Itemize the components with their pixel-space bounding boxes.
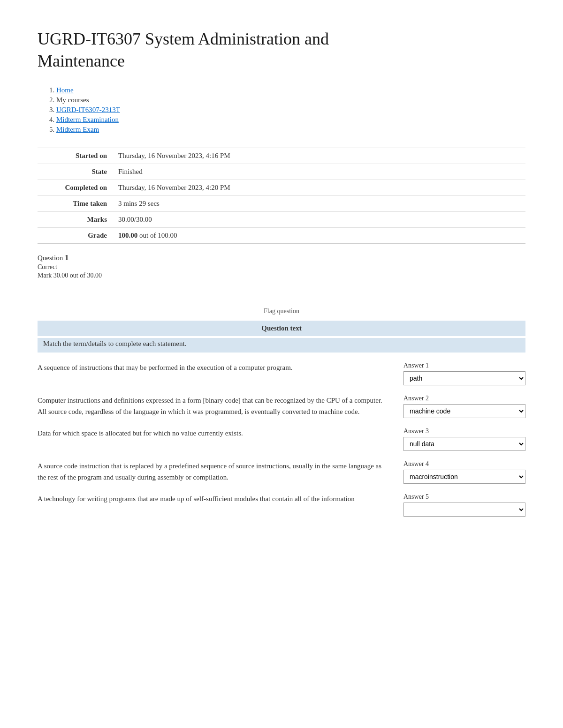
question-text-2: Computer instructions and definitions ex… xyxy=(38,395,394,417)
info-label-grade: Grade xyxy=(38,227,113,243)
question-prefix: Question xyxy=(38,254,65,262)
question-row-5: A technology for writing programs that a… xyxy=(38,493,525,517)
breadcrumb-item-5: Midterm Exam xyxy=(56,126,525,134)
breadcrumb-link-home[interactable]: Home xyxy=(56,86,74,94)
breadcrumb-item-1: Home xyxy=(56,86,525,94)
answer-select-5[interactable]: path machine code null data macroinstruc… xyxy=(403,503,525,517)
info-value-grade: 100.00 out of 100.00 xyxy=(113,227,525,243)
answer-col-4: Answer 4 path machine code null data mac… xyxy=(403,460,525,484)
answer-label-5: Answer 5 xyxy=(403,493,525,501)
info-label-marks: Marks xyxy=(38,211,113,227)
info-value-started: Thursday, 16 November 2023, 4:16 PM xyxy=(113,148,525,164)
answer-col-3: Answer 3 path machine code null data mac… xyxy=(403,428,525,451)
answer-select-2[interactable]: path machine code null data macroinstruc… xyxy=(403,404,525,418)
answer-select-3[interactable]: path machine code null data macroinstruc… xyxy=(403,437,525,451)
breadcrumb-link-midterm-exam[interactable]: Midterm Examination xyxy=(56,116,119,123)
info-label-timetaken: Time taken xyxy=(38,195,113,211)
page-title: UGRD-IT6307 System Administration and Ma… xyxy=(38,28,525,72)
answer-label-4: Answer 4 xyxy=(403,460,525,468)
breadcrumb-item-4: Midterm Examination xyxy=(56,116,525,124)
info-row-completed: Completed on Thursday, 16 November 2023,… xyxy=(38,180,525,195)
info-row-grade: Grade 100.00 out of 100.00 xyxy=(38,227,525,243)
question-row-3: Data for which space is allocated but fo… xyxy=(38,428,525,451)
question-status: Correct xyxy=(38,263,525,271)
question-rows: A sequence of instructions that may be p… xyxy=(38,362,525,517)
question-mark: Mark 30.00 out of 30.00 xyxy=(38,272,525,279)
question-text-header: Question text xyxy=(38,321,525,336)
info-label-completed: Completed on xyxy=(38,180,113,195)
flag-question-button[interactable]: Flag question xyxy=(38,308,525,315)
question-text-3: Data for which space is allocated but fo… xyxy=(38,428,394,439)
question-text-5: A technology for writing programs that a… xyxy=(38,493,394,504)
info-row-marks: Marks 30.00/30.00 xyxy=(38,211,525,227)
question-row-2: Computer instructions and definitions ex… xyxy=(38,395,525,418)
breadcrumb-item-3: UGRD-IT6307-2313T xyxy=(56,106,525,114)
info-row-started: Started on Thursday, 16 November 2023, 4… xyxy=(38,148,525,164)
answer-col-1: Answer 1 path machine code null data mac… xyxy=(403,362,525,385)
breadcrumb-link-course[interactable]: UGRD-IT6307-2313T xyxy=(56,106,120,113)
info-row-state: State Finished xyxy=(38,164,525,180)
info-value-completed: Thursday, 16 November 2023, 4:20 PM xyxy=(113,180,525,195)
question-text-1: A sequence of instructions that may be p… xyxy=(38,362,394,373)
answer-select-4[interactable]: path machine code null data macroinstruc… xyxy=(403,470,525,484)
question-instruction: Match the term/details to complete each … xyxy=(38,338,525,353)
breadcrumb: Home My courses UGRD-IT6307-2313T Midter… xyxy=(38,86,525,134)
answer-label-1: Answer 1 xyxy=(403,362,525,369)
question-text-4: A source code instruction that is replac… xyxy=(38,460,394,483)
answer-label-3: Answer 3 xyxy=(403,428,525,435)
answer-select-1[interactable]: path machine code null data macroinstruc… xyxy=(403,371,525,385)
info-row-timetaken: Time taken 3 mins 29 secs xyxy=(38,195,525,211)
info-table: Started on Thursday, 16 November 2023, 4… xyxy=(38,148,525,244)
info-value-state: Finished xyxy=(113,164,525,180)
info-label-started: Started on xyxy=(38,148,113,164)
question-row-1: A sequence of instructions that may be p… xyxy=(38,362,525,385)
answer-col-5: Answer 5 path machine code null data mac… xyxy=(403,493,525,517)
question-row-4: A source code instruction that is replac… xyxy=(38,460,525,484)
info-value-timetaken: 3 mins 29 secs xyxy=(113,195,525,211)
breadcrumb-item-2: My courses xyxy=(56,96,525,104)
question-header: Question 1 xyxy=(38,253,525,263)
breadcrumb-link-midterm-exam-item[interactable]: Midterm Exam xyxy=(56,126,99,133)
answer-col-2: Answer 2 path machine code null data mac… xyxy=(403,395,525,418)
answer-label-2: Answer 2 xyxy=(403,395,525,402)
info-label-state: State xyxy=(38,164,113,180)
question-number: 1 xyxy=(65,253,69,262)
info-value-marks: 30.00/30.00 xyxy=(113,211,525,227)
